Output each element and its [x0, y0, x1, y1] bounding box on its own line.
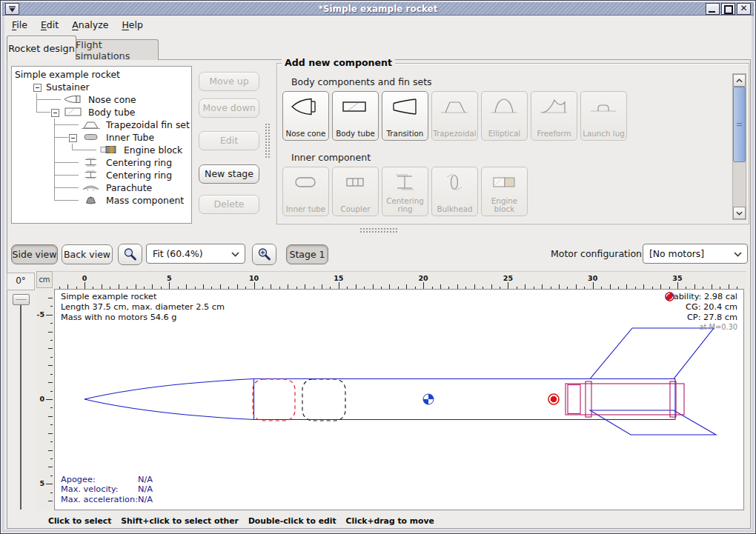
parachute-icon	[81, 182, 102, 193]
tree-item-mass-component[interactable]: Mass component	[12, 194, 191, 207]
rotation-slider-handle[interactable]	[13, 294, 30, 305]
window-menu-icon[interactable]	[5, 3, 19, 15]
stage-1-toggle[interactable]: Stage 1	[286, 244, 328, 264]
zoom-select[interactable]: Fit (60.4%)	[146, 244, 245, 264]
flight-data-label: Apogee:	[61, 475, 138, 484]
flight-data: Apogee:N/AMax. velocity:N/AMax. accelera…	[61, 475, 153, 504]
vertical-ruler: -505	[36, 288, 53, 510]
tree-item-label: Simple example rocket	[15, 69, 120, 80]
centering-ring-1	[586, 381, 591, 417]
new-stage-button[interactable]: New stage	[199, 164, 259, 184]
status-hint: Double-click to edit	[248, 516, 336, 527]
tree-item-label: Centering ring	[106, 157, 172, 168]
tree-item-centering-ring[interactable]: Centering ring	[12, 156, 191, 169]
minimize-icon	[709, 11, 715, 13]
motor-configuration-select[interactable]: [No motors]	[643, 244, 748, 264]
stability-value: Stability: 2.98 cal	[665, 292, 737, 302]
horizontal-splitter-handle[interactable]	[359, 227, 398, 233]
zoom-in-button[interactable]	[252, 244, 276, 265]
ruler-unit: cm	[36, 271, 53, 288]
component-tree: Simple example rocketSustainerNose coneB…	[12, 68, 191, 223]
tree-expander[interactable]	[69, 134, 77, 142]
launch-lug-icon	[587, 96, 620, 118]
add-freeform-button[interactable]: Freeform	[531, 91, 577, 141]
add-nose-cone-button[interactable]: Nose cone	[282, 91, 329, 141]
zoom-out-button[interactable]	[118, 244, 142, 265]
add-body-tube-button[interactable]: Body tube	[332, 91, 379, 141]
tree-item-label: Engine block	[124, 144, 182, 156]
fin-trapezoidal-icon	[438, 96, 471, 118]
menu-edit[interactable]: Edit	[34, 17, 65, 33]
title-bar[interactable]: *Simple example rocket ✕	[2, 2, 754, 16]
edit-button[interactable]: Edit	[199, 131, 259, 150]
scroll-down-button[interactable]	[733, 207, 746, 219]
vertical-splitter-handle[interactable]	[265, 123, 270, 158]
delete-button[interactable]: Delete	[199, 195, 259, 214]
minimize-button[interactable]	[706, 3, 720, 15]
body-tube-icon	[339, 96, 371, 118]
component-button-label: Centering ring	[382, 197, 428, 213]
tree-item-body-tube[interactable]: Body tube	[12, 106, 191, 119]
scroll-up-button[interactable]	[733, 74, 746, 87]
tree-expander[interactable]	[33, 84, 42, 92]
tree-item-label: Body tube	[88, 107, 135, 118]
add-component-title: Add new component	[282, 57, 395, 68]
cg-marker	[423, 394, 434, 404]
metal-frame-icon	[7, 5, 17, 13]
stability-info: Stability: 2.98 cal CG: 20.4 cm CP: 27.8…	[665, 292, 737, 333]
fin-bottom-projection	[590, 410, 716, 435]
component-button-label: Nose cone	[283, 130, 328, 138]
tree-item-parachute[interactable]: Parachute	[12, 181, 191, 194]
tree-item-engine-block[interactable]: Engine block	[12, 144, 191, 156]
rocket-design-canvas[interactable]: Simple example rocket Length 37.5 cm, ma…	[54, 289, 744, 510]
add-bulkhead-button[interactable]: Bulkhead	[431, 167, 478, 216]
tree-item-trapezoidal-fin-set[interactable]: Trapezoidal fin set	[12, 119, 191, 131]
status-hint: Click+drag to move	[346, 516, 434, 527]
tab-flight-simulations[interactable]: Flight simulations	[75, 39, 159, 60]
component-panel-scrollbar[interactable]	[732, 73, 746, 220]
add-inner-tube-button[interactable]: Inner tube	[282, 167, 329, 216]
add-centering-ring-button[interactable]: Centering ring	[382, 167, 428, 216]
fin-top	[590, 328, 714, 379]
fin-trapezoidal-icon	[81, 119, 102, 130]
tree-expander[interactable]	[51, 109, 59, 117]
move-up-button[interactable]: Move up	[199, 72, 259, 91]
component-button-label: Elliptical	[482, 130, 527, 138]
component-button-label: Bulkhead	[432, 205, 477, 213]
add-engine-block-button[interactable]: Engine block	[481, 167, 528, 216]
tree-item-label: Parachute	[106, 182, 152, 193]
mass-component-outline	[302, 379, 345, 421]
component-button-label: Coupler	[333, 205, 378, 213]
rotation-slider-track[interactable]	[20, 295, 21, 510]
status-hint: Shift+click to select other	[121, 516, 239, 527]
magnifier-plus-icon	[257, 247, 271, 261]
menu-analyze[interactable]: Analyze	[65, 17, 115, 33]
menu-file[interactable]: File	[5, 17, 34, 33]
maximize-icon	[724, 5, 733, 14]
maximize-button[interactable]	[721, 3, 735, 15]
add-coupler-button[interactable]: Coupler	[332, 167, 379, 216]
back-view-button[interactable]: Back view	[62, 244, 113, 264]
tree-item-sustainer[interactable]: Sustainer	[12, 81, 191, 93]
close-button[interactable]: ✕	[737, 3, 751, 15]
tree-item-inner-tube[interactable]: Inner Tube	[12, 131, 191, 144]
engine-block-icon	[488, 171, 520, 193]
fin-freeform-icon	[537, 96, 570, 118]
scrollbar-thumb[interactable]	[733, 87, 746, 162]
tree-item-centering-ring[interactable]: Centering ring	[12, 169, 191, 181]
add-transition-button[interactable]: Transition	[382, 91, 428, 141]
component-tree-panel: Simple example rocketSustainerNose coneB…	[11, 66, 192, 224]
tab-rocket-design[interactable]: Rocket design	[7, 36, 76, 60]
add-launch-lug-button[interactable]: Launch lug	[580, 91, 627, 141]
side-view-button[interactable]: Side view	[11, 244, 58, 264]
cp-marker	[548, 394, 559, 404]
rocket-drawing	[55, 290, 743, 510]
add-elliptical-button[interactable]: Elliptical	[481, 91, 528, 141]
add-trapezoidal-button[interactable]: Trapezoidal	[431, 91, 478, 141]
menu-bar: FileEditAnalyzeHelp	[5, 16, 751, 34]
tree-item-nose-cone[interactable]: Nose cone	[12, 93, 191, 106]
inner-tube-icon	[81, 132, 102, 142]
menu-help[interactable]: Help	[115, 17, 150, 33]
move-down-button[interactable]: Move down	[199, 99, 259, 118]
tree-item-simple-example-rocket[interactable]: Simple example rocket	[12, 68, 191, 81]
